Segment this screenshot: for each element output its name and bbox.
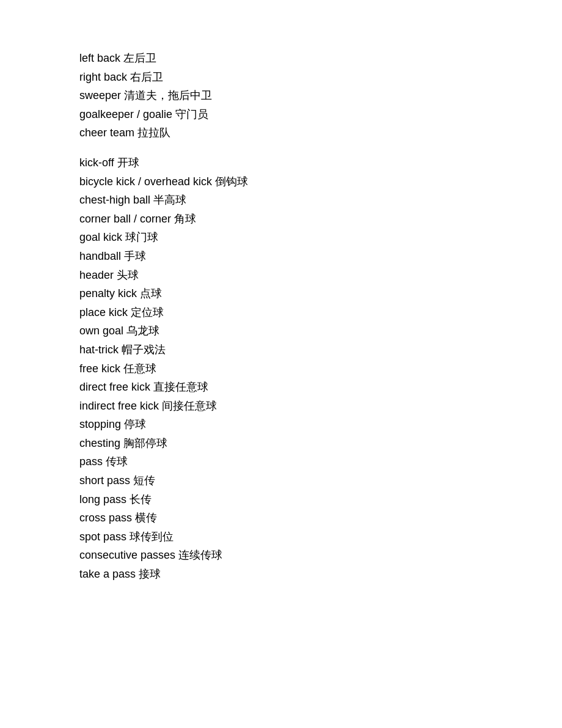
term-goalkeeper: goalkeeper / goalie 守门员 [79,105,483,124]
term-handball: handball 手球 [79,247,483,266]
term-kick-off: kick-off 开球 [79,153,483,172]
main-content: const data = JSON.parse(document.getElem… [0,0,562,645]
term-own-goal: own goal 乌龙球 [79,322,483,340]
term-pass: pass 传球 [79,452,483,471]
techniques-list: const data2 = JSON.parse(document.getEle… [79,153,483,584]
term-direct-free-kick: direct free kick 直接任意球 [79,378,483,397]
term-left-back: left back 左后卫 [79,49,483,68]
term-free-kick: free kick 任意球 [79,359,483,378]
term-spot-pass: spot pass 球传到位 [79,528,483,546]
term-long-pass: long pass 长传 [79,490,483,509]
term-indirect-free-kick: indirect free kick 间接任意球 [79,397,483,416]
term-take-a-pass: take a pass 接球 [79,565,483,584]
term-header: header 头球 [79,266,483,285]
term-penalty-kick: penalty kick 点球 [79,284,483,303]
term-short-pass: short pass 短传 [79,471,483,490]
term-stopping: stopping 停球 [79,415,483,434]
term-goal-kick: goal kick 球门球 [79,228,483,247]
term-corner-ball: corner ball / corner 角球 [79,210,483,229]
term-chesting: chesting 胸部停球 [79,434,483,453]
term-cheer-team: cheer team 拉拉队 [79,123,483,142]
term-cross-pass: cross pass 横传 [79,509,483,528]
initial-terms-list: const data = JSON.parse(document.getElem… [79,49,483,142]
term-consecutive-passes: consecutive passes 连续传球 [79,546,483,565]
term-right-back: right back 右后卫 [79,68,483,87]
term-bicycle-kick: bicycle kick / overhead kick 倒钩球 [79,172,483,191]
term-place-kick: place kick 定位球 [79,303,483,322]
term-sweeper: sweeper 清道夫，拖后中卫 [79,86,483,105]
term-hat-trick: hat-trick 帽子戏法 [79,340,483,359]
term-chest-high-ball: chest-high ball 半高球 [79,191,483,210]
